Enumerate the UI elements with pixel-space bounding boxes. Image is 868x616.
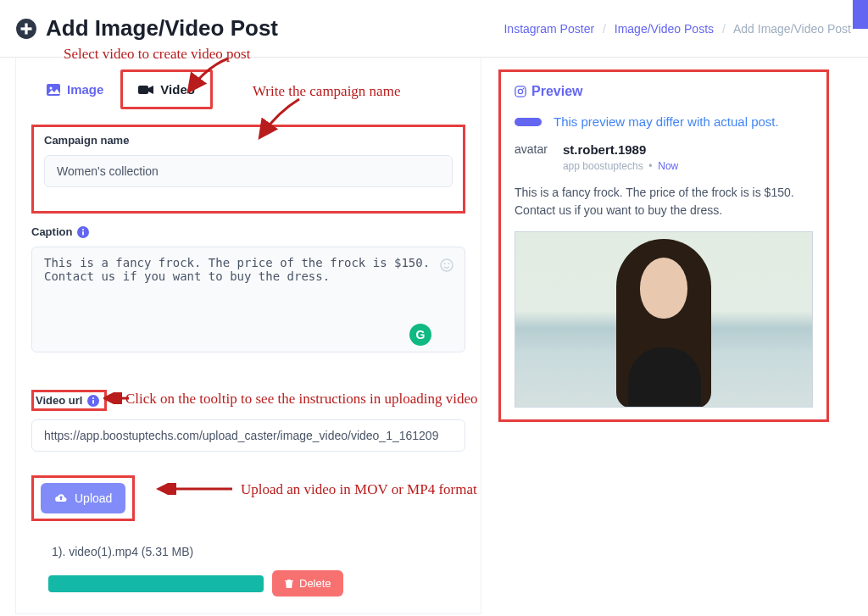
svg-point-8 — [82, 228, 84, 230]
info-icon[interactable] — [77, 226, 89, 238]
preview-username: st.robert.1989 — [563, 142, 678, 157]
preview-panel: Preview This preview may differ with act… — [498, 69, 829, 422]
delete-button-label: Delete — [299, 577, 331, 590]
form-panel: Image Video Campaign name Caption — [15, 58, 481, 614]
tab-image-label: Image — [67, 82, 103, 97]
preview-notice-text: This preview may differ with actual post… — [554, 114, 779, 129]
caption-textarea[interactable] — [31, 247, 465, 352]
svg-rect-15 — [515, 86, 526, 97]
preview-caption: This is a fancy frock. The price of the … — [515, 184, 813, 219]
svg-point-11 — [448, 263, 450, 264]
svg-rect-2 — [21, 27, 32, 30]
upload-button-label: Upload — [75, 491, 112, 505]
svg-rect-5 — [138, 86, 148, 94]
tab-video[interactable]: Video — [120, 69, 213, 109]
upload-button[interactable]: Upload — [41, 483, 125, 513]
video-url-highlight: Video url — [31, 390, 107, 411]
campaign-name-input[interactable] — [44, 155, 453, 187]
plus-circle-icon — [15, 18, 37, 40]
breadcrumb: Instagram Poster / Image/Video Posts / A… — [504, 22, 851, 36]
svg-point-4 — [50, 86, 53, 89]
video-icon — [138, 85, 153, 95]
upload-highlight-box: Upload — [31, 475, 135, 521]
preview-notice-row: This preview may differ with actual post… — [515, 114, 813, 129]
tab-image[interactable]: Image — [31, 69, 119, 109]
breadcrumb-link-poster[interactable]: Instagram Poster — [504, 22, 594, 36]
uploaded-file-line: 1). video(1).mp4 (5.31 MB) — [31, 545, 465, 558]
cloud-upload-icon — [54, 491, 68, 505]
breadcrumb-current: Add Image/Video Post — [733, 22, 851, 36]
page-title: Add Image/Video Post — [15, 15, 278, 42]
breadcrumb-link-posts[interactable]: Image/Video Posts — [615, 22, 714, 36]
campaign-name-label: Campaign name — [44, 134, 453, 147]
notice-pill — [515, 118, 542, 126]
preview-app-line: app boostuptechs • Now — [563, 160, 678, 172]
emoji-icon[interactable] — [440, 258, 453, 272]
svg-point-17 — [523, 88, 525, 90]
page-title-text: Add Image/Video Post — [46, 15, 278, 42]
caption-label: Caption — [31, 225, 465, 238]
preview-user-row: avatar st.robert.1989 app boostuptechs •… — [515, 142, 813, 172]
delete-button[interactable]: Delete — [272, 570, 343, 597]
avatar: avatar — [515, 142, 548, 172]
instagram-icon — [515, 86, 526, 97]
svg-point-10 — [444, 263, 446, 264]
svg-point-9 — [441, 259, 453, 271]
svg-point-16 — [518, 89, 522, 93]
preview-image — [515, 231, 813, 408]
page-header: Add Image/Video Post Instagram Poster / … — [0, 0, 868, 58]
grammarly-badge[interactable]: G — [409, 324, 431, 346]
post-type-tabs: Image Video — [31, 69, 465, 109]
image-icon — [47, 84, 60, 96]
svg-point-14 — [92, 397, 94, 398]
tab-video-label: Video — [160, 82, 195, 97]
preview-title: Preview — [515, 84, 813, 99]
video-url-label: Video url — [36, 394, 82, 407]
upload-progress-bar — [48, 575, 264, 592]
preview-now-link[interactable]: Now — [658, 160, 678, 172]
video-url-input[interactable] — [31, 419, 465, 452]
campaign-highlight-box: Campaign name — [31, 125, 465, 214]
info-icon[interactable] — [87, 395, 99, 407]
trash-icon — [284, 579, 294, 589]
top-accent-strip — [853, 0, 868, 29]
svg-rect-7 — [83, 231, 85, 235]
svg-rect-13 — [93, 400, 95, 403]
